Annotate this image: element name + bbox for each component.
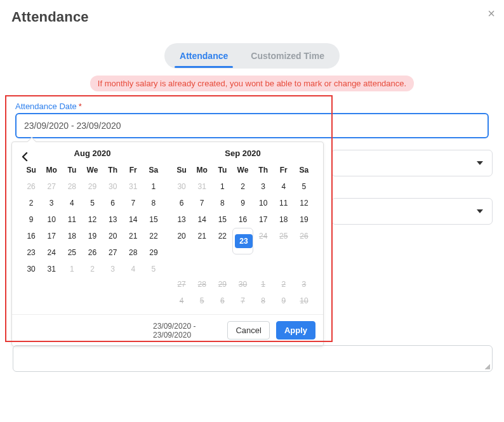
day-header: Fr [274,163,294,178]
calendar-day: 2 [274,276,294,293]
calendar-day[interactable]: 11 [274,195,294,211]
calendar-day[interactable]: 8 [212,195,232,211]
calendar-day[interactable]: 18 [274,211,294,228]
calendar-day: 10 [294,293,314,309]
calendar-day[interactable]: 21 [192,228,212,276]
calendar-day[interactable]: 3 [41,195,62,211]
day-header: Tu [62,163,82,178]
calendar-day: 4 [171,293,192,309]
calendar-day[interactable]: 12 [82,211,102,228]
day-header: Mo [192,163,212,178]
calendar-day: 31 [123,178,143,195]
tab-attendance[interactable]: Attendance [168,44,239,67]
calendar-day: 1 [62,261,82,277]
calendar-day[interactable]: 12 [294,195,314,211]
calendar-day[interactable]: 6 [171,195,192,211]
calendar-day[interactable]: 23 [21,244,41,261]
calendar-day[interactable]: 16 [21,228,41,244]
calendar-day[interactable]: 21 [123,228,143,244]
calendar-day: 5 [143,261,164,277]
caret-down-icon [477,209,483,213]
calendar-day[interactable]: 17 [41,228,62,244]
calendar-day[interactable]: 9 [232,195,253,211]
calendar-day[interactable]: 4 [62,195,82,211]
calendar-day[interactable]: 20 [103,228,123,244]
calendar-day: 9 [274,293,294,309]
calendar-day[interactable]: 2 [21,195,41,211]
calendar-day[interactable]: 31 [41,261,62,277]
calendar-day: 31 [192,178,212,195]
calendar-day: 25 [274,228,294,276]
calendar-day[interactable]: 24 [41,244,62,261]
calendar-day[interactable]: 17 [253,211,274,228]
calendar-day[interactable]: 2 [232,178,253,195]
calendar-day: 26 [294,228,314,276]
calendar-day[interactable]: 15 [143,211,164,228]
calendar-day[interactable]: 22 [143,228,164,244]
calendar-day[interactable]: 23 [232,228,253,254]
day-header: Th [253,163,274,178]
calendar-day[interactable]: 16 [232,211,253,228]
calendar-day: 28 [192,276,212,293]
calendar-day[interactable]: 22 [212,228,232,276]
day-header: We [82,163,102,178]
calendar-day[interactable]: 30 [21,261,41,277]
calendar-day[interactable]: 5 [82,195,102,211]
calendar-day[interactable]: 25 [62,244,82,261]
attendance-date-input[interactable] [15,113,489,138]
calendar-day[interactable]: 10 [253,195,274,211]
calendar-day[interactable]: 8 [143,195,164,211]
day-header: Su [21,163,41,178]
calendar-day[interactable]: 11 [62,211,82,228]
apply-button[interactable]: Apply [276,321,315,340]
calendar-day[interactable]: 20 [171,228,192,276]
calendar-day[interactable]: 27 [103,244,123,261]
calendar-day[interactable]: 15 [212,211,232,228]
calendar-day: 8 [253,293,274,309]
day-header: Fr [123,163,143,178]
day-header: Mo [41,163,62,178]
attendance-date-label: Attendance Date* [15,102,489,111]
selected-range-text: 23/09/2020 - 23/09/2020 [20,322,221,340]
calendar-day[interactable]: 14 [123,211,143,228]
calendar-month-left: Aug 2020 SuMoTuWeThFrSa26272829303112345… [17,148,168,314]
cancel-button[interactable]: Cancel [227,321,269,340]
calendar-day: 5 [192,293,212,309]
calendar-day: 30 [232,276,253,293]
calendar-day[interactable]: 5 [294,178,314,195]
calendar-day[interactable]: 26 [82,244,102,261]
calendar-day[interactable]: 13 [171,211,192,228]
calendar-day[interactable]: 9 [21,211,41,228]
day-header: Th [103,163,123,178]
calendar-day[interactable]: 1 [212,178,232,195]
chevron-left-icon[interactable] [21,152,29,164]
tab-customized-time[interactable]: Customized Time [239,44,336,67]
calendar-day: 29 [212,276,232,293]
calendar-day[interactable]: 6 [103,195,123,211]
calendar-day: 3 [103,261,123,277]
calendar-day[interactable]: 14 [192,211,212,228]
calendar-day[interactable]: 1 [143,178,164,195]
calendar-day: 4 [123,261,143,277]
calendar-day: 27 [41,178,62,195]
dropdown-1[interactable] [331,150,493,176]
month-title-right: Sep 2020 [171,148,314,158]
calendar-day[interactable]: 7 [123,195,143,211]
calendar-day: 29 [82,178,102,195]
calendar-day[interactable]: 10 [41,211,62,228]
remarks-textarea[interactable] [13,345,493,372]
calendar-day[interactable]: 13 [103,211,123,228]
calendar-day: 30 [171,178,192,195]
calendar-day[interactable]: 19 [82,228,102,244]
close-icon[interactable]: × [487,6,495,21]
calendar-day[interactable]: 4 [274,178,294,195]
calendar-day[interactable]: 19 [294,211,314,228]
dropdown-2[interactable] [331,198,493,225]
calendar-day[interactable]: 28 [123,244,143,261]
calendar-day[interactable]: 18 [62,228,82,244]
calendar-day: 27 [171,276,192,293]
calendar-day[interactable]: 3 [253,178,274,195]
calendar-day[interactable]: 7 [192,195,212,211]
calendar-day[interactable]: 29 [143,244,164,261]
page-title: Attendance [11,9,493,25]
